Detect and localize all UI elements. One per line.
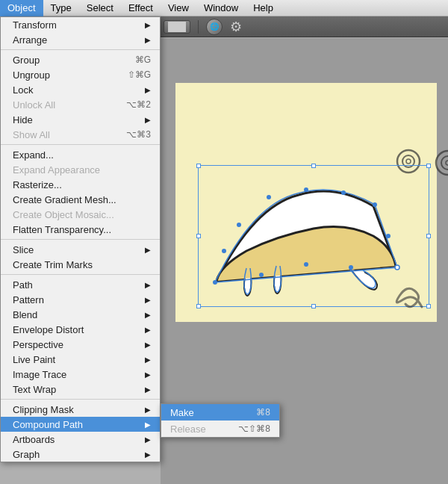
canvas-document [175,83,437,322]
submenu-arrow-icon: ▶ [145,246,151,254]
submenu-arrow-icon: ▶ [145,370,151,379]
menu-group[interactable]: Group ⌘G [1,52,160,67]
sep-5 [1,399,160,400]
menu-perspective[interactable]: Perspective ▶ [1,337,160,352]
handle-tl[interactable] [196,164,201,168]
submenu-arrow-icon: ▶ [145,356,151,364]
handle-mr[interactable] [426,234,431,238]
submenu-arrow-icon: ▶ [145,421,151,429]
menubar-effect[interactable]: Effect [121,0,161,16]
menubar-object[interactable]: Object [0,0,43,16]
menubar-window[interactable]: Window [196,0,246,16]
svg-point-2 [406,159,411,164]
menu-graph[interactable]: Graph ▶ [1,447,160,462]
submenu-arrow-icon: ▶ [145,341,151,349]
menubar-type[interactable]: Type [43,0,79,16]
menu-expand[interactable]: Expand... [1,147,160,162]
compound-path-submenu: Make ⌘8 Release ⌥⇧⌘8 [161,403,280,438]
globe-icon[interactable]: 🌐 [206,19,223,35]
menubar-view[interactable]: View [161,0,196,16]
options-icon[interactable]: ⚙ [230,19,242,35]
menu-path[interactable]: Path ▶ [1,277,160,292]
sep-4 [1,274,160,275]
sep-2 [1,144,160,145]
object-menu: Transform ▶ Arrange ▶ Group ⌘G Ungroup ⇧… [0,16,161,462]
style-box[interactable] [164,20,190,34]
menu-compound-path[interactable]: Compound Path ▶ [1,417,160,432]
submenu-arrow-icon: ▶ [145,86,151,94]
menu-transform[interactable]: Transform ▶ [1,17,160,32]
menu-hide[interactable]: Hide ▶ [1,112,160,127]
menubar-select[interactable]: Select [79,0,121,16]
menu-pattern[interactable]: Pattern ▶ [1,292,160,307]
menu-text-wrap[interactable]: Text Wrap ▶ [1,382,160,397]
menubar-help[interactable]: Help [246,0,281,16]
menubar: Object Type Select Effect View Window He… [0,0,448,16]
toolbar-sep-3 [198,20,199,34]
submenu-arrow-icon: ▶ [145,281,151,289]
menu-flatten-transparency[interactable]: Flatten Transparency... [1,222,160,237]
menu-create-object-mosaic[interactable]: Create Object Mosaic... [1,207,160,222]
handle-tm[interactable] [311,164,316,168]
submenu-arrow-icon: ▶ [145,326,151,334]
swirl-decoration [377,262,429,314]
submenu-arrow-icon: ▶ [145,296,151,304]
menu-create-gradient-mesh[interactable]: Create Gradient Mesh... [1,192,160,207]
handle-tr[interactable] [426,164,431,168]
handle-bl[interactable] [196,304,201,308]
menu-unlock-all[interactable]: Unlock All ⌥⌘2 [1,97,160,112]
sep-3 [1,239,160,240]
handle-bm[interactable] [311,304,316,308]
submenu-make[interactable]: Make ⌘8 [161,404,279,421]
menu-clipping-mask[interactable]: Clipping Mask ▶ [1,402,160,417]
submenu-arrow-icon: ▶ [145,36,151,44]
style-inner [168,22,186,32]
submenu-arrow-icon: ▶ [145,435,151,444]
submenu-arrow-icon: ▶ [145,385,151,394]
handle-ml[interactable] [196,234,201,238]
menu-image-trace[interactable]: Image Trace ▶ [1,367,160,382]
menu-slice[interactable]: Slice ▶ [1,242,160,257]
menu-artboards[interactable]: Artboards ▶ [1,432,160,447]
submenu-arrow-icon: ▶ [145,21,151,29]
submenu-arrow-icon: ▶ [145,311,151,319]
menu-lock[interactable]: Lock ▶ [1,82,160,97]
menu-create-trim-marks[interactable]: Create Trim Marks [1,257,160,272]
menu-expand-appearance[interactable]: Expand Appearance [1,162,160,177]
menu-arrange[interactable]: Arrange ▶ [1,32,160,47]
menu-envelope-distort[interactable]: Envelope Distort ▶ [1,322,160,337]
submenu-release[interactable]: Release ⌥⇧⌘8 [161,421,279,437]
submenu-arrow-icon: ▶ [145,116,151,124]
menu-ungroup[interactable]: Ungroup ⇧⌘G [1,67,160,82]
menu-rasterize[interactable]: Rasterize... [1,177,160,192]
menu-show-all[interactable]: Show All ⌥⌘3 [1,127,160,142]
menu-blend[interactable]: Blend ▶ [1,307,160,322]
sep-1 [1,49,160,50]
svg-point-4 [441,156,448,170]
menu-live-paint[interactable]: Live Paint ▶ [1,352,160,367]
submenu-arrow-icon: ▶ [145,406,151,414]
submenu-arrow-icon: ▶ [145,450,151,459]
